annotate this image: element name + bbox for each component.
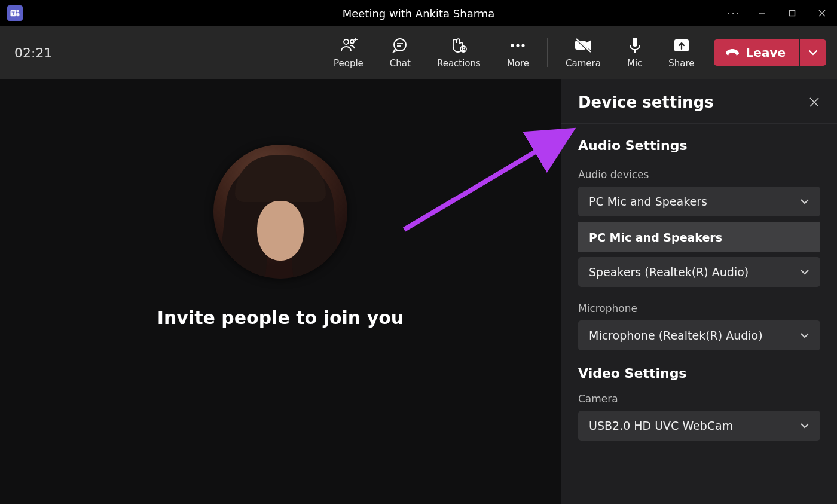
window-close-button[interactable] [807, 0, 837, 26]
chat-button[interactable]: Chat [377, 26, 424, 79]
audio-devices-option[interactable]: PC Mic and Speakers [578, 222, 820, 252]
reactions-icon [450, 36, 468, 54]
more-button[interactable]: More [494, 26, 542, 79]
people-label: People [334, 58, 363, 69]
mic-button[interactable]: Mic [614, 26, 655, 79]
leave-button[interactable]: Leave [714, 39, 799, 66]
people-button[interactable]: People [320, 26, 377, 79]
svg-point-18 [511, 44, 514, 47]
svg-rect-3 [16, 13, 19, 16]
svg-line-27 [404, 134, 566, 230]
panel-close-button[interactable] [808, 96, 820, 108]
share-icon [673, 36, 690, 54]
chevron-down-icon [800, 423, 809, 429]
camera-label: Camera [566, 58, 601, 69]
svg-point-8 [344, 39, 349, 44]
camera-value: USB2.0 HD UVC WebCam [589, 419, 733, 432]
audio-devices-option-label: PC Mic and Speakers [589, 231, 722, 244]
audio-devices-select[interactable]: PC Mic and Speakers [578, 187, 820, 216]
video-settings-heading: Video Settings [578, 366, 820, 381]
chevron-down-icon [800, 198, 809, 204]
titlebar-more-button[interactable]: ··· [720, 0, 747, 26]
share-label: Share [668, 58, 694, 69]
camera-select[interactable]: USB2.0 HD UVC WebCam [578, 411, 820, 441]
more-label: More [507, 58, 529, 69]
svg-point-17 [464, 48, 465, 48]
svg-point-9 [350, 40, 354, 44]
chevron-down-icon [800, 269, 809, 275]
svg-point-19 [517, 44, 520, 47]
meeting-toolbar: 02:21 People Chat [0, 26, 837, 79]
window-maximize-button[interactable] [777, 0, 807, 26]
svg-rect-24 [633, 38, 637, 47]
annotation-arrow [380, 122, 584, 242]
camera-field-label: Camera [578, 393, 820, 405]
leave-label: Leave [746, 45, 786, 60]
svg-point-16 [462, 48, 463, 48]
svg-point-20 [522, 44, 525, 47]
audio-settings-heading: Audio Settings [578, 138, 820, 153]
microphone-label: Microphone [578, 303, 820, 314]
chat-label: Chat [390, 58, 411, 69]
main-content: Invite people to join you Device setting… [0, 79, 837, 504]
speaker-value: Speakers (Realtek(R) Audio) [589, 265, 749, 279]
microphone-select[interactable]: Microphone (Realtek(R) Audio) [578, 320, 820, 350]
participant-avatar [213, 145, 347, 279]
leave-options-button[interactable] [800, 39, 826, 66]
svg-text:T: T [11, 11, 15, 16]
toolbar-separator [547, 38, 548, 67]
audio-devices-value: PC Mic and Speakers [589, 195, 707, 208]
meeting-stage: Invite people to join you [0, 79, 561, 504]
panel-title: Device settings [578, 93, 714, 111]
teams-app-icon: T [7, 5, 23, 21]
svg-point-15 [460, 46, 466, 52]
svg-point-12 [394, 39, 406, 51]
call-timer: 02:21 [14, 45, 52, 60]
share-button[interactable]: Share [655, 26, 707, 79]
window-title: Meeting with Ankita Sharma [343, 7, 495, 20]
microphone-value: Microphone (Realtek(R) Audio) [589, 329, 763, 342]
reactions-button[interactable]: Reactions [424, 26, 494, 79]
reactions-label: Reactions [437, 58, 481, 69]
titlebar: T Meeting with Ankita Sharma ··· [0, 0, 837, 26]
more-icon [509, 36, 526, 54]
svg-rect-5 [790, 11, 795, 16]
audio-devices-label: Audio devices [578, 169, 820, 181]
svg-point-2 [16, 10, 19, 13]
window-minimize-button[interactable] [747, 0, 777, 26]
invite-people-text: Invite people to join you [157, 307, 404, 328]
camera-off-icon [574, 36, 593, 54]
mic-label: Mic [627, 58, 642, 69]
chat-icon [392, 36, 408, 54]
camera-button[interactable]: Camera [552, 26, 614, 79]
mic-icon [628, 36, 642, 54]
device-settings-panel: Device settings Audio Settings Audio dev… [561, 79, 837, 504]
speaker-select[interactable]: Speakers (Realtek(R) Audio) [578, 257, 820, 287]
chevron-down-icon [800, 332, 809, 338]
people-icon [340, 36, 358, 54]
hangup-icon [725, 48, 740, 57]
